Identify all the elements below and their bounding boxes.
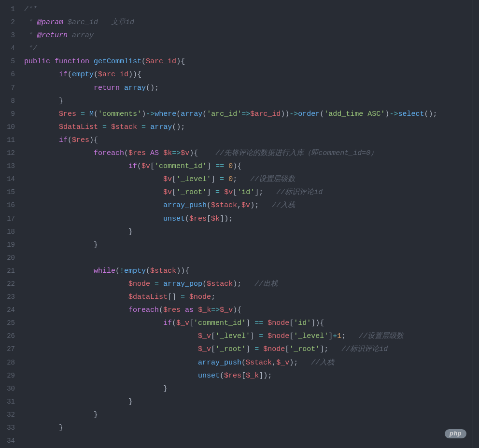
- code-token: $_k: [198, 306, 211, 314]
- code-line[interactable]: $res = M('comments')->where(array('arc_i…: [24, 108, 479, 121]
- code-token: ]: [207, 188, 215, 196]
- code-line[interactable]: $_v['_level'] = $node['_level']+1; //设置层…: [24, 330, 479, 343]
- code-token: $res: [163, 306, 181, 314]
- code-line[interactable]: $dataList = $stack = array();: [24, 121, 479, 134]
- code-token: =: [141, 123, 146, 131]
- code-token: 'add_time ASC': [324, 110, 385, 118]
- code-token: unset: [198, 372, 220, 380]
- code-line[interactable]: if($res){: [24, 134, 479, 147]
- code-token: $node: [268, 332, 289, 340]
- code-token: (: [141, 57, 146, 66]
- code-line[interactable]: * @param $arc_id 文章id: [24, 16, 479, 29]
- code-token: 'id': [237, 188, 254, 196]
- code-line[interactable]: $node = array_pop($stack); //出栈: [24, 278, 479, 291]
- code-token: getCommlist: [94, 57, 141, 66]
- code-line[interactable]: }: [24, 421, 479, 434]
- code-line[interactable]: $dataList[] = $node;: [24, 291, 479, 304]
- code-line[interactable]: array_push($stack,$_v); //入栈: [24, 356, 479, 369]
- line-number: 15: [0, 186, 20, 199]
- code-token: ){: [89, 136, 98, 144]
- code-token: [24, 201, 163, 210]
- code-token: =: [254, 345, 259, 353]
- code-token: array: [150, 123, 172, 131]
- code-token: '_root': [176, 188, 207, 196]
- code-token: $node: [263, 345, 285, 353]
- code-line[interactable]: }: [24, 225, 479, 238]
- code-token: $stack: [150, 267, 176, 275]
- code-line[interactable]: return array();: [24, 82, 479, 95]
- code-token: (: [320, 110, 324, 118]
- code-token: [259, 345, 263, 353]
- code-line[interactable]: unset($res[$_k]);: [24, 369, 479, 382]
- code-token: 0: [228, 175, 233, 183]
- code-token: [: [207, 215, 211, 223]
- code-line[interactable]: }: [24, 238, 479, 252]
- code-token: [24, 332, 198, 340]
- code-token: 'comments': [98, 110, 141, 118]
- line-number: 4: [0, 42, 20, 55]
- code-line[interactable]: foreach($res AS $k=>$v){ //先将评论的数据进行入库（即…: [24, 147, 479, 160]
- code-token: where: [155, 110, 176, 118]
- code-token: [: [211, 345, 215, 353]
- code-token: 'arc_id': [207, 110, 241, 118]
- code-line[interactable]: while(!empty($stack)){: [24, 265, 479, 278]
- code-token: select: [398, 110, 424, 118]
- code-token: [: [289, 332, 294, 340]
- line-number: 5: [0, 55, 20, 68]
- code-line[interactable]: $v['_root'] = $v['id']; //标识评论id: [24, 186, 479, 199]
- code-token: [24, 372, 198, 380]
- code-token: !: [120, 267, 124, 275]
- code-token: [263, 319, 268, 327]
- code-token: [224, 162, 228, 170]
- code-token: [24, 228, 128, 236]
- code-token: $arc_id: [250, 110, 281, 118]
- code-line[interactable]: }: [24, 382, 479, 395]
- code-token: ();: [146, 84, 159, 92]
- code-line[interactable]: if(empty($arc_id)){: [24, 68, 479, 81]
- line-number: 13: [0, 160, 20, 173]
- code-area[interactable]: /** * @param $arc_id 文章id * @return arra…: [20, 0, 479, 448]
- line-number: 20: [0, 252, 20, 265]
- code-token: [: [150, 162, 155, 170]
- code-line[interactable]: }: [24, 95, 479, 108]
- code-token: $v: [141, 162, 150, 170]
- code-line[interactable]: * @return array: [24, 29, 479, 42]
- code-token: '_root': [215, 345, 246, 353]
- code-token: function: [55, 57, 89, 66]
- code-token: $stack: [211, 201, 237, 210]
- code-line[interactable]: */: [24, 42, 479, 55]
- code-token: 0: [228, 162, 233, 170]
- line-number: 16: [0, 199, 20, 212]
- code-line[interactable]: if($v['comment_id'] == 0){: [24, 160, 479, 173]
- code-line[interactable]: $v['_level'] = 0; //设置层级数: [24, 173, 479, 186]
- code-line[interactable]: $_v['_root'] = $node['_root']; //标识评论id: [24, 343, 479, 356]
- code-token: $res: [189, 215, 207, 223]
- code-token: [159, 280, 163, 288]
- code-token: ]: [328, 332, 333, 340]
- code-line[interactable]: array_push($stack,$v); //入栈: [24, 199, 479, 212]
- code-token: [24, 241, 94, 249]
- code-line[interactable]: }: [24, 408, 479, 421]
- code-line[interactable]: public function getCommlist($arc_id){: [24, 55, 479, 68]
- code-token: =: [155, 280, 159, 288]
- code-line[interactable]: unset($res[$k]);: [24, 212, 479, 225]
- vertical-scrollbar[interactable]: [472, 0, 479, 448]
- line-number: 31: [0, 395, 20, 408]
- code-token: @return: [37, 31, 68, 40]
- code-line[interactable]: foreach($res as $_k=>$_v){: [24, 304, 479, 317]
- code-line[interactable]: }: [24, 395, 479, 408]
- code-token: ): [141, 110, 146, 118]
- code-token: //出栈: [254, 280, 278, 288]
- code-token: *: [24, 18, 37, 27]
- code-line[interactable]: /**: [24, 3, 479, 16]
- code-token: [89, 57, 94, 66]
- code-line[interactable]: [24, 434, 479, 448]
- code-token: ]: [246, 345, 254, 353]
- code-token: $res: [128, 149, 146, 157]
- code-line[interactable]: [24, 252, 479, 265]
- code-line[interactable]: if($_v['comment_id'] == $node['id']){: [24, 317, 479, 330]
- line-number: 24: [0, 304, 20, 317]
- code-token: [: [172, 188, 176, 196]
- code-token: foreach: [128, 306, 159, 314]
- code-token: [: [172, 175, 176, 183]
